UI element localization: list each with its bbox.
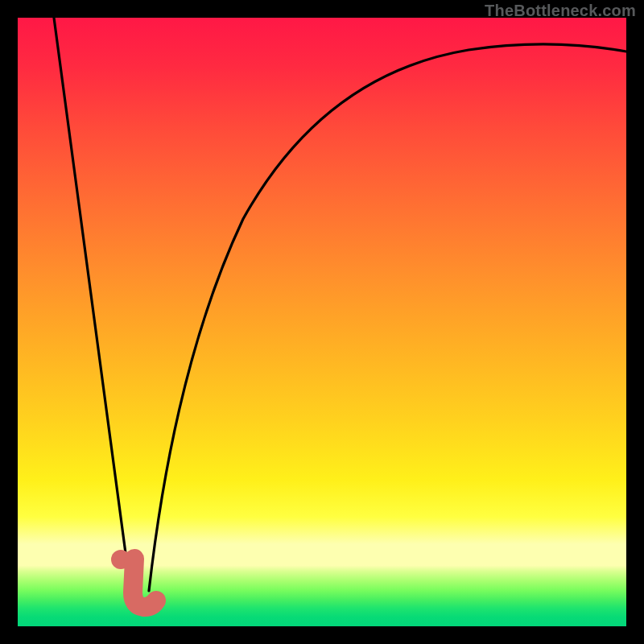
curve-right-limb xyxy=(149,44,626,591)
outer-frame: TheBottleneck.com xyxy=(0,0,644,644)
curves-svg xyxy=(18,18,626,626)
curve-left-limb xyxy=(54,18,130,589)
